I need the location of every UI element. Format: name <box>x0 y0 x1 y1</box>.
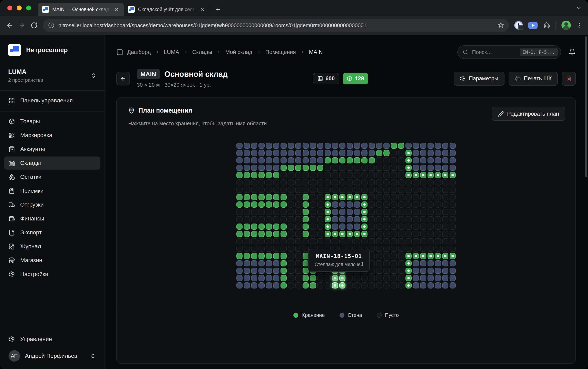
plan-cell[interactable] <box>236 216 243 222</box>
plan-cell[interactable] <box>383 216 389 222</box>
plan-cell[interactable] <box>376 268 382 274</box>
plan-cell[interactable] <box>361 224 368 230</box>
plan-cell[interactable] <box>251 216 257 222</box>
breadcrumb-item[interactable]: Помещения <box>265 49 296 55</box>
plan-cell[interactable] <box>428 201 434 208</box>
plan-cell[interactable] <box>369 209 375 215</box>
plan-cell[interactable] <box>354 172 360 178</box>
bookmark-star-icon[interactable] <box>498 22 504 29</box>
plan-cell[interactable] <box>236 224 243 230</box>
plan-cell[interactable] <box>361 179 368 185</box>
plan-cell[interactable] <box>413 246 419 252</box>
plan-cell[interactable] <box>383 231 389 237</box>
plan-cell[interactable] <box>383 143 389 149</box>
sidebar-item[interactable]: Остатки <box>4 170 100 184</box>
plan-cell[interactable] <box>280 209 287 215</box>
plan-cell[interactable] <box>310 165 316 171</box>
plan-cell[interactable] <box>310 150 316 156</box>
plan-cell[interactable] <box>310 194 316 200</box>
plan-cell[interactable] <box>428 165 434 171</box>
plan-cell[interactable] <box>266 187 272 193</box>
sidebar-item-manage[interactable]: Управление <box>4 333 100 346</box>
plan-cell[interactable] <box>280 165 287 171</box>
plan-cell[interactable] <box>449 231 456 237</box>
plan-cell[interactable] <box>391 194 397 200</box>
plan-cell[interactable] <box>310 231 316 237</box>
plan-cell[interactable] <box>332 143 338 149</box>
plan-cell[interactable] <box>361 201 368 208</box>
plan-cell[interactable] <box>383 224 389 230</box>
plan-cell[interactable] <box>435 209 441 215</box>
plan-cell[interactable] <box>449 224 456 230</box>
plan-cell[interactable] <box>376 150 382 156</box>
plan-cell[interactable] <box>280 260 287 266</box>
plan-cell[interactable] <box>428 260 434 266</box>
plan-cell[interactable] <box>280 187 287 193</box>
plan-cell[interactable] <box>236 253 243 259</box>
breadcrumb-item[interactable]: Склады <box>192 49 212 55</box>
plan-cell[interactable] <box>449 253 456 259</box>
plan-cell[interactable] <box>376 275 382 281</box>
plan-cell[interactable] <box>259 150 265 156</box>
plan-cell[interactable] <box>391 231 397 237</box>
plan-cell[interactable] <box>428 143 434 149</box>
plan-cell[interactable] <box>273 187 279 193</box>
plan-cell[interactable] <box>354 231 360 237</box>
search-input[interactable]: Поиск… IN-1, P-5... <box>457 45 561 59</box>
plan-cell[interactable] <box>303 224 309 230</box>
plan-cell[interactable] <box>295 246 301 252</box>
plan-cell[interactable] <box>288 143 294 149</box>
plan-cell[interactable] <box>339 165 345 171</box>
plan-cell[interactable] <box>413 275 419 281</box>
plan-cell[interactable] <box>266 275 272 281</box>
plan-cell[interactable] <box>266 209 272 215</box>
plan-cell[interactable] <box>244 216 250 222</box>
plan-cell[interactable] <box>413 157 419 164</box>
plan-cell[interactable] <box>442 238 448 244</box>
plan-cell[interactable] <box>376 216 382 222</box>
plan-cell[interactable] <box>244 224 250 230</box>
plan-cell[interactable] <box>339 231 345 237</box>
plan-cell[interactable] <box>376 231 382 237</box>
plan-cell[interactable] <box>398 143 404 149</box>
plan-cell[interactable] <box>266 165 272 171</box>
plan-cell[interactable] <box>428 194 434 200</box>
plan-cell[interactable] <box>428 275 434 281</box>
plan-cell[interactable] <box>317 143 323 149</box>
plan-cell[interactable] <box>442 282 448 288</box>
plan-cell[interactable] <box>280 157 287 164</box>
plan-cell[interactable] <box>288 179 294 185</box>
sidebar-item[interactable]: Отгрузки <box>4 198 100 211</box>
plan-cell[interactable] <box>273 260 279 266</box>
plan-cell[interactable] <box>251 260 257 266</box>
plan-cell[interactable] <box>383 246 389 252</box>
plan-cell[interactable] <box>266 143 272 149</box>
plan-cell[interactable] <box>442 165 448 171</box>
plan-cell[interactable] <box>449 282 456 288</box>
sidebar-item[interactable]: Магазин <box>4 254 100 267</box>
plan-cell[interactable] <box>361 282 368 288</box>
plan-cell[interactable] <box>288 238 294 244</box>
plan-cell[interactable] <box>449 246 456 252</box>
plan-cell[interactable] <box>391 165 397 171</box>
plan-cell[interactable] <box>332 172 338 178</box>
plan-cell[interactable] <box>303 209 309 215</box>
plan-cell[interactable] <box>295 165 301 171</box>
plan-cell[interactable] <box>376 224 382 230</box>
plan-cell[interactable] <box>251 194 257 200</box>
plan-cell[interactable] <box>259 282 265 288</box>
plan-cell[interactable] <box>339 194 345 200</box>
plan-cell[interactable] <box>280 253 287 259</box>
plan-cell[interactable] <box>442 246 448 252</box>
space-picker[interactable]: LUMA 2 пространства <box>8 68 96 83</box>
plan-cell[interactable] <box>317 275 323 281</box>
plan-cell[interactable] <box>398 209 404 215</box>
plan-cell[interactable] <box>310 172 316 178</box>
plan-cell[interactable] <box>280 275 287 281</box>
browser-tab-main[interactable]: MAIN — Основной склад - N <box>38 3 124 16</box>
plan-cell[interactable] <box>244 231 250 237</box>
plan-cell[interactable] <box>310 187 316 193</box>
plan-cell[interactable] <box>428 231 434 237</box>
plan-cell[interactable] <box>391 246 397 252</box>
delete-room-button[interactable] <box>562 72 576 86</box>
